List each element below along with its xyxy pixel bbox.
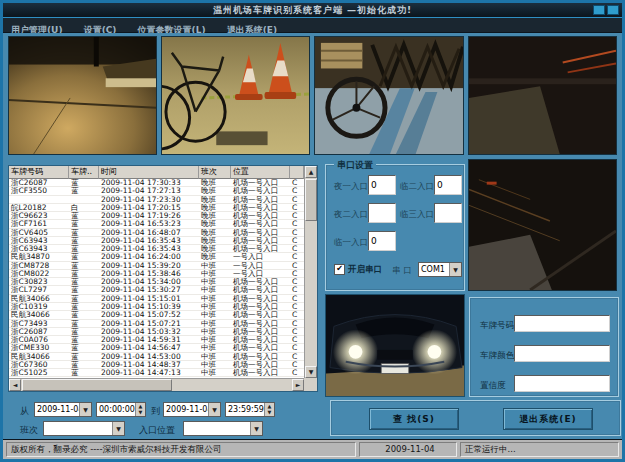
column-header[interactable]: 车牌号码 [9,166,69,179]
table-cell: 蓝 [69,295,99,302]
table-row[interactable]: 浙CL7297蓝2009-11-04 15:30:27中班机场一号入口C [9,286,304,294]
horizontal-scroll-thumb[interactable] [22,379,172,391]
table-cell: 中班 [199,286,231,293]
table-row[interactable]: 浙CF3550蓝2009-11-04 17:27:13晚班机场一号入口C [9,187,304,195]
table-row[interactable]: 浙CV6405蓝2009-11-04 16:48:07晚班机场一号入口C [9,229,304,237]
table-cell: 浙C67360 [9,361,69,368]
table-row[interactable]: 民航34870蓝2009-11-04 16:24:00晚班一号入口C [9,253,304,261]
table-cell: C [290,369,304,376]
plate-number-field[interactable] [514,315,610,332]
table-cell: 2009-11-04 15:03:32 [99,328,199,335]
table-cell: C [290,196,304,203]
table-cell: 浙C0A076 [9,336,69,343]
close-button[interactable] [607,5,619,15]
chevron-down-icon[interactable]: ▼ [250,422,262,435]
table-row[interactable]: 浙C26087蓝2009-11-04 17:30:33晚班机场一号入口C [9,179,304,187]
window-title: 温州机场车牌识别系统客户端 —初始化成功! [3,3,622,18]
table-cell: 民航34066 [9,353,69,360]
column-header[interactable]: 时间 [99,166,199,179]
scroll-left-icon[interactable]: ◄ [9,379,21,391]
search-button[interactable]: 查 找(S) [369,408,459,430]
table-cell: 2009-11-04 15:07:52 [99,311,199,318]
chevron-down-icon[interactable]: ▼ [112,422,124,435]
table-cell: 中班 [199,369,231,376]
table-row[interactable]: 浙CM8728蓝2009-11-04 15:39:20中班一号入口C [9,262,304,270]
table-cell: 晚班 [199,237,231,244]
exit-system-button[interactable]: 退出系统(E) [503,408,593,430]
vertical-scrollbar[interactable]: ▲ ▼ [304,166,317,378]
plate-capture-photo [325,294,465,397]
table-body[interactable]: 浙C26087蓝2009-11-04 17:30:33晚班机场一号入口C浙CF3… [9,179,304,378]
table-row[interactable]: 浙C96623蓝2009-11-04 17:19:26晚班机场一号入口C [9,212,304,220]
shift-select[interactable]: ▼ [43,421,125,436]
minimize-button[interactable] [593,5,605,15]
vertical-scroll-thumb[interactable] [305,179,317,221]
table-row[interactable]: 浙C0A076蓝2009-11-04 14:59:31中班机场一号入口C [9,336,304,344]
table-cell: C [290,237,304,244]
table-cell: 机场一号入口 [231,187,290,194]
scroll-down-icon[interactable]: ▼ [305,366,317,378]
table-cell: C [290,303,304,310]
table-cell: 晚班 [199,179,231,186]
chevron-down-icon[interactable]: ▼ [79,403,91,416]
table-row[interactable]: 2009-11-04 17:23:30晚班机场一号入口C [9,196,304,204]
table-cell: 机场一号入口 [231,229,290,236]
table-row[interactable]: 民航34066蓝2009-11-04 15:15:01中班机场一号入口C [9,295,304,303]
horizontal-scrollbar[interactable]: ◄ ► [9,378,304,391]
table-cell: 中班 [199,262,231,269]
serial-port-label: 串 口 [392,265,412,277]
entrance-position-select[interactable]: ▼ [183,421,263,436]
records-table[interactable]: 车牌号码车牌..时间班次位置 浙C26087蓝2009-11-04 17:30:… [8,165,318,392]
from-time-spinner[interactable]: 00:00:00 ▲▼ [96,402,146,417]
table-cell: 浙CL7297 [9,286,69,293]
table-row[interactable]: 浙CM8022蓝2009-11-04 15:38:46中班一号入口C [9,270,304,278]
table-row[interactable]: 浙CME330蓝2009-11-04 14:56:47中班机场一号入口C [9,344,304,352]
table-row[interactable]: 民航34066蓝2009-11-04 15:07:52中班机场一号入口C [9,311,304,319]
table-cell: C [290,270,304,277]
table-row[interactable]: 浙C67360蓝2009-11-04 14:48:37中班机场一号入口C [9,361,304,369]
scroll-up-icon[interactable]: ▲ [305,166,317,178]
table-cell: 2009-11-04 17:23:30 [99,196,199,203]
entrance1-port-field[interactable] [368,175,396,195]
table-cell: 一号入口 [231,253,290,260]
table-cell: 民航34870 [9,253,69,260]
table-row[interactable]: 浙C51025蓝2009-11-04 14:47:13中班机场一号入口C [9,369,304,377]
spinner-arrows-icon[interactable]: ▲▼ [135,403,145,416]
scroll-right-icon[interactable]: ► [292,379,304,391]
column-header[interactable]: 车牌.. [69,166,99,179]
temp1-port-field[interactable] [368,231,396,251]
confidence-field[interactable] [514,375,610,392]
spinner-arrows-icon[interactable]: ▲▼ [264,403,274,416]
client-area: 车牌号码车牌..时间班次位置 浙C26087蓝2009-11-04 17:30:… [3,33,622,439]
open-serial-checkbox[interactable]: ✔ [334,264,345,275]
table-row[interactable]: 浙C10319蓝2009-11-04 15:10:39中班机场一号入口C [9,303,304,311]
table-row[interactable]: 浙CF7161蓝2009-11-04 16:53:23晚班机场一号入口C [9,220,304,228]
to-time-spinner[interactable]: 23:59:59 ▲▼ [225,402,275,417]
to-date-picker[interactable]: 2009-11-04 ▼ [163,402,221,417]
table-row[interactable]: 民航34066蓝2009-11-04 14:53:00中班机场一号入口C [9,353,304,361]
table-row[interactable]: 浙C63943蓝2009-11-04 16:35:43晚班机场一号入口C [9,245,304,253]
from-date-picker[interactable]: 2009-11-04 ▼ [34,402,92,417]
temp3-port-field[interactable] [434,203,462,223]
column-header[interactable] [290,166,304,179]
table-cell: 2009-11-04 16:53:23 [99,220,199,227]
entrance2-port-field[interactable] [368,203,396,223]
table-cell: 2009-11-04 17:20:15 [99,204,199,211]
table-row[interactable]: 浙C63943蓝2009-11-04 16:35:43晚班机场一号入口C [9,237,304,245]
entrance-position-label: 入口位置 [139,424,175,437]
to-date-value: 2009-11-04 [166,403,213,416]
column-header[interactable]: 班次 [199,166,231,179]
chevron-down-icon[interactable]: ▼ [449,263,461,276]
chevron-down-icon[interactable]: ▼ [208,403,220,416]
table-row[interactable]: 浙C30823蓝2009-11-04 15:34:00中班机场一号入口C [9,278,304,286]
table-cell: 浙CV6405 [9,229,69,236]
table-row[interactable]: 浙C73493蓝2009-11-04 15:07:21中班机场一号入口C [9,320,304,328]
temp2-port-field[interactable] [434,175,462,195]
plate-color-field[interactable] [514,345,610,362]
table-cell: 浙CM8728 [9,262,69,269]
table-row[interactable]: 浙C26087蓝2009-11-04 15:03:32中班机场一号入口C [9,328,304,336]
table-cell: 中班 [199,295,231,302]
table-row[interactable]: 皖L20182白2009-11-04 17:20:15晚班机场一号入口C [9,204,304,212]
serial-port-select[interactable]: COM1 ▼ [418,262,462,277]
column-header[interactable]: 位置 [231,166,290,179]
